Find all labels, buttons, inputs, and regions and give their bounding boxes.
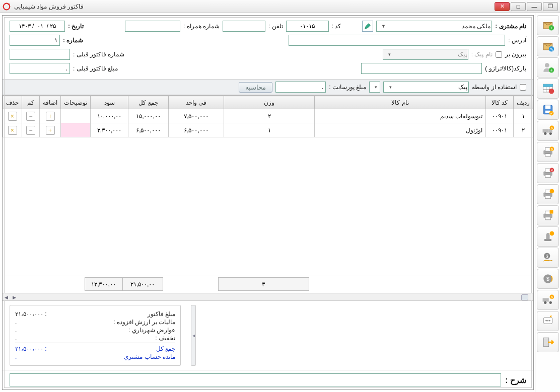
sum-discount-value: . [15, 335, 17, 342]
th-desc[interactable]: توضیحات [61, 96, 91, 109]
th-code[interactable]: کد کالا [486, 96, 514, 109]
prev-invoice-input[interactable] [10, 49, 70, 60]
row-add-button[interactable]: + [46, 126, 55, 135]
toolbar-exit[interactable] [537, 332, 559, 352]
svg-rect-18 [543, 84, 552, 87]
toolbar-currency[interactable]: $ [537, 269, 559, 289]
svg-point-43 [550, 189, 554, 194]
date-input[interactable] [10, 21, 65, 32]
toolbar-print-money[interactable]: $ [537, 142, 559, 162]
svg-text:✎: ✎ [550, 47, 553, 52]
sum-grand-value: ۲۱،۵۰۰،۰۰۰ : [15, 345, 47, 352]
row-del-button[interactable]: × [8, 126, 17, 135]
toolbar-edit-invoice[interactable]: ✎ [537, 36, 559, 56]
toolbar-message[interactable] [537, 311, 559, 331]
cell-row: ۱ [514, 109, 533, 123]
prev-amount-input[interactable] [10, 63, 70, 74]
toolbar-print-tag[interactable] [537, 205, 559, 225]
cell-sub: − [22, 123, 40, 137]
toolbar-add-customer[interactable]: + [537, 57, 559, 77]
horizontal-scrollbar[interactable]: ◀ ▶ [3, 293, 533, 301]
th-unit-price[interactable]: فی واحد [169, 96, 224, 109]
row-sub-button[interactable]: − [26, 112, 35, 121]
calculate-button[interactable]: محاسبه [239, 82, 272, 93]
svg-text:$: $ [551, 147, 553, 151]
row-sub-button[interactable]: − [26, 126, 35, 135]
agent-combo[interactable]: پیک ▾ [383, 82, 469, 93]
th-weight[interactable]: وزن [224, 96, 315, 109]
code-input[interactable] [286, 21, 329, 32]
toolbar-receive-money[interactable]: $ [537, 248, 559, 268]
summary-box: مبلغ فاكتور۲۱،۵۰۰،۰۰۰ : ماليات بر ارزش ا… [10, 305, 181, 366]
courier-name-label: نام پیک : [471, 51, 493, 58]
toolbar-table[interactable] [537, 79, 559, 99]
toolbar-delivery-money[interactable]: $ [537, 290, 559, 310]
toolbar-print-label[interactable] [537, 184, 559, 204]
minimize-button[interactable]: — [527, 2, 542, 11]
svg-point-62 [549, 320, 550, 322]
table-row[interactable]: ۱۰۰۹۰۱تیوسولفات سدیم۲۷,۵۰۰,۰۰۰۱۵,۰۰۰,۰۰۱… [3, 109, 533, 123]
toolbar-stamp[interactable] [537, 226, 559, 247]
number-input[interactable] [10, 35, 60, 46]
row-add-button[interactable]: + [46, 112, 55, 121]
cell-desc[interactable] [61, 109, 91, 123]
th-profit[interactable]: سود [91, 96, 128, 109]
svg-rect-32 [545, 154, 551, 156]
svg-text:$: $ [551, 295, 553, 299]
sum-balance-label: مانده حساب مشتري [124, 353, 175, 360]
th-sub[interactable]: کم [22, 96, 40, 109]
toolbar-save[interactable]: ✔ [537, 100, 559, 120]
scroll-left-icon[interactable]: ◀ [3, 294, 10, 301]
restore-button[interactable]: ❐ [543, 2, 558, 11]
scroll-right-icon[interactable]: ▶ [11, 294, 18, 301]
cell-code: ۰۰۹۰۱ [486, 123, 514, 137]
middle-bar: استفاده از واسطه پیک ▾ ▾ مبلغ پورسانت : … [3, 79, 533, 95]
mobile-label: شماره همراه : [183, 23, 220, 30]
courier-out-checkbox[interactable] [496, 51, 502, 58]
titlebar: ✕ □ — ❐ فاكتور فروش مواد شيميايي [0, 0, 560, 13]
svg-rect-37 [545, 175, 551, 178]
summary-collapse-handle[interactable]: ◂ [191, 305, 196, 366]
courier-combo[interactable]: پیک ▾ [383, 49, 468, 60]
cell-del: × [3, 109, 22, 123]
svg-text:+: + [550, 26, 552, 31]
bottom-bar: شرح : [3, 370, 533, 389]
th-add[interactable]: اضافه [40, 96, 61, 109]
toolbar-new-invoice[interactable]: + [537, 15, 559, 35]
commission-input[interactable] [275, 82, 326, 93]
cell-add: + [40, 109, 61, 123]
svg-text:✕: ✕ [550, 169, 553, 172]
th-del[interactable]: حذف [3, 96, 22, 109]
toolbar-print-cancel[interactable]: ✕ [537, 163, 559, 183]
table-row[interactable]: ۲۰۰۹۰۱اوژنول۱۶,۵۰۰,۰۰۰۶,۵۰۰,۰۰۰۲,۳۰۰,۰۰۰… [3, 123, 533, 137]
svg-text:$: $ [546, 276, 549, 282]
toolbar-delivery[interactable]: $ [537, 121, 559, 141]
chevron-down-icon: ▾ [387, 84, 394, 91]
maximize-button[interactable]: □ [511, 2, 526, 11]
row-del-button[interactable]: × [8, 112, 17, 121]
sum-balance-value: . [15, 353, 17, 360]
close-button[interactable]: ✕ [495, 2, 510, 11]
mobile-input[interactable] [125, 21, 180, 32]
edit-customer-button[interactable] [362, 21, 373, 32]
phone-input[interactable] [223, 21, 265, 32]
cell-add: + [40, 123, 61, 137]
cell-name: اوژنول [315, 123, 486, 137]
sum-municipal-label: عوارض شهرداري : [128, 327, 175, 334]
address-input[interactable] [289, 35, 505, 46]
th-row[interactable]: ردیف [514, 96, 533, 109]
th-name[interactable]: نام کالا [315, 96, 486, 109]
summary-area: ◂ مبلغ فاكتور۲۱،۵۰۰،۰۰۰ : ماليات بر ارزش… [3, 301, 533, 370]
desc-input[interactable] [10, 373, 501, 386]
cell-row: ۲ [514, 123, 533, 137]
cell-code: ۰۰۹۰۱ [486, 109, 514, 123]
use-agent-checkbox[interactable] [520, 84, 526, 91]
scroll-thumb[interactable] [521, 294, 528, 300]
app-logo-icon [2, 2, 11, 11]
cell-desc[interactable] [61, 123, 91, 137]
customer-combo[interactable]: ملکی محمد ▼ [376, 21, 492, 32]
agent-aux-combo[interactable]: ▾ [369, 82, 380, 93]
barcode-input[interactable] [361, 63, 482, 74]
th-total[interactable]: جمع کل [128, 96, 169, 109]
totals-profit: ۱۲,۳۰۰,۰۰ [85, 278, 122, 291]
